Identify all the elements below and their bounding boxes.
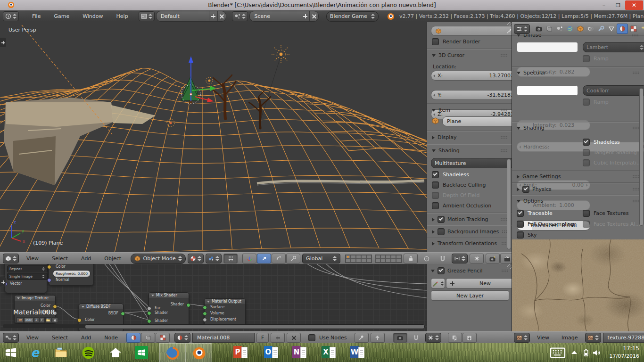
item-name-field[interactable]: Plane	[442, 116, 512, 126]
taskbar-clock[interactable]: 17:15 17/07/2016	[603, 345, 639, 360]
panel-grip[interactable]	[632, 126, 639, 130]
tab-world[interactable]	[565, 24, 575, 33]
menu-view[interactable]: View	[25, 335, 40, 341]
material-browse-dropdown[interactable]	[174, 333, 190, 343]
source-dropdown[interactable]: Single Image	[7, 273, 48, 280]
taskbar-onenote[interactable]: N	[292, 346, 306, 359]
tab-object[interactable]	[575, 24, 585, 33]
menu-add[interactable]: Add	[80, 255, 92, 262]
collapse-triangle-icon[interactable]	[151, 295, 154, 296]
npanel-scrollbar[interactable]	[507, 159, 511, 249]
diffuse-ramp-checkbox[interactable]	[583, 55, 590, 62]
snap-element-dropdown[interactable]	[452, 254, 468, 263]
touch-keyboard-button[interactable]	[549, 347, 567, 358]
tab-render-layers[interactable]	[544, 24, 554, 33]
depth-of-field-row[interactable]: Depth Of Field	[432, 192, 479, 199]
node-hscroll-thumb[interactable]	[85, 324, 425, 329]
manipulate-center-points-toggle[interactable]	[223, 254, 238, 263]
taskbar-powerpoint[interactable]: P	[233, 346, 248, 359]
shader-input-socket[interactable]	[147, 319, 151, 323]
tab-constraints[interactable]	[586, 24, 595, 33]
node-image-texture-partial[interactable]: Repeat Single Image Vector	[5, 264, 47, 293]
panel-grip[interactable]	[500, 108, 507, 112]
rotate-manipulator-toggle[interactable]	[272, 254, 286, 263]
sky-checkbox[interactable]	[517, 231, 524, 239]
editor-type-button-3dview[interactable]	[3, 254, 19, 263]
editor-type-button-node[interactable]	[3, 333, 19, 343]
battery-tray-icon[interactable]	[582, 348, 590, 357]
editor-type-button-image[interactable]	[514, 333, 530, 343]
panel-grip[interactable]	[632, 175, 639, 178]
diffuse-shader-dropdown[interactable]: Lambert	[583, 42, 644, 52]
game-settings-section-header[interactable]: Game Settings	[517, 173, 639, 180]
grease-pencil-new-button[interactable]: New	[446, 278, 512, 288]
tangent-shading-row[interactable]: Tangent Shading	[583, 149, 637, 156]
normal-socket[interactable]	[47, 278, 51, 282]
panel-grip[interactable]	[632, 199, 639, 203]
tab-texture[interactable]	[628, 24, 638, 33]
node-bsdf-partial[interactable]: Color Roughness: 0.000 Normal	[49, 264, 94, 286]
motion-tracking-section-header[interactable]: Motion Tracking	[432, 216, 507, 223]
editor-type-button-properties[interactable]	[514, 24, 530, 34]
menu-select[interactable]: Select	[51, 335, 69, 341]
properties-scrollbar[interactable]	[639, 88, 644, 226]
menu-select[interactable]: Select	[51, 255, 69, 262]
auto-render-toggle[interactable]	[393, 333, 407, 343]
close-button[interactable]: ✕	[625, 0, 643, 10]
shader-output-socket[interactable]	[186, 303, 190, 307]
object-name-field[interactable]	[431, 26, 512, 36]
open-image-button[interactable]	[45, 317, 51, 323]
shadeless-checkbox[interactable]	[432, 171, 439, 178]
panel-grip[interactable]	[632, 71, 639, 74]
taskbar-internet-explorer[interactable]: e	[27, 345, 42, 360]
scale-manipulator-toggle[interactable]	[286, 254, 300, 263]
specular-shader-dropdown[interactable]: CookTorr	[583, 85, 644, 96]
cubic-interpolation-checkbox[interactable]	[583, 159, 590, 166]
3d-cursor-section-header[interactable]: 3D Cursor	[432, 52, 507, 58]
menu-object[interactable]: Object	[103, 255, 122, 262]
taskbar-excel[interactable]: X	[322, 346, 336, 359]
fake-user-button[interactable]: F	[256, 333, 269, 343]
menu-window[interactable]: Window	[83, 13, 103, 19]
pivot-point-dropdown[interactable]	[206, 254, 222, 263]
menu-image[interactable]: Image	[561, 335, 578, 341]
node-toolshelf-expand-tab[interactable]	[0, 277, 6, 287]
node-mix-shader[interactable]: Mix Shader Shader Fac Shader Shader	[149, 292, 189, 326]
face-textures-checkbox[interactable]	[583, 210, 590, 217]
restore-button[interactable]: ❐	[611, 0, 625, 10]
toolshelf-expand-tab[interactable]	[0, 38, 6, 47]
snap-target-button[interactable]	[470, 254, 484, 263]
panel-grip[interactable]	[500, 136, 507, 139]
add-layout-button[interactable]	[209, 11, 217, 21]
collapse-triangle-icon[interactable]	[207, 301, 210, 303]
face-textures-alpha-checkbox[interactable]	[583, 221, 590, 228]
snap-toggle[interactable]	[436, 254, 450, 263]
depth-of-field-checkbox[interactable]	[432, 192, 439, 199]
shadeless-row[interactable]: Shadeless	[583, 139, 620, 146]
traceable-checkbox[interactable]	[517, 210, 524, 217]
full-oversampling-row[interactable]: Full Oversampling	[517, 221, 574, 228]
options-section-header[interactable]: Options	[517, 198, 639, 204]
tree-type-compositing-button[interactable]	[141, 333, 155, 343]
specular-section-header[interactable]: Specular	[517, 70, 639, 76]
proportional-edit-dropdown[interactable]	[420, 254, 434, 263]
cursor-x-field[interactable]: X: 13.27002	[431, 71, 512, 81]
mode-dropdown[interactable]: Object Mode	[131, 254, 186, 264]
render-border-row[interactable]: Render Border	[432, 38, 480, 45]
volume-tray-icon[interactable]	[591, 348, 601, 357]
fac-input-socket[interactable]	[147, 306, 151, 311]
render-engine-dropdown[interactable]: Blender Game	[326, 11, 379, 22]
manipulator-axes-toggle[interactable]	[242, 254, 256, 263]
specular-color-swatch[interactable]	[517, 85, 578, 96]
layers-widget[interactable]	[345, 255, 402, 263]
sun-lamp[interactable]	[272, 45, 290, 64]
show-hidden-icons-button[interactable]	[571, 351, 577, 354]
taskbar-firefox-active[interactable]	[159, 343, 186, 362]
cubic-interpolation-row[interactable]: Cubic Interpolati...	[583, 159, 641, 166]
color-socket[interactable]	[47, 265, 51, 269]
opengl-render-image-button[interactable]	[486, 254, 500, 263]
panel-grip[interactable]	[632, 188, 639, 191]
specular-ramp-checkbox[interactable]	[583, 99, 590, 106]
use-nodes-checkbox[interactable]	[308, 334, 315, 341]
collapse-triangle-icon[interactable]	[82, 306, 84, 308]
